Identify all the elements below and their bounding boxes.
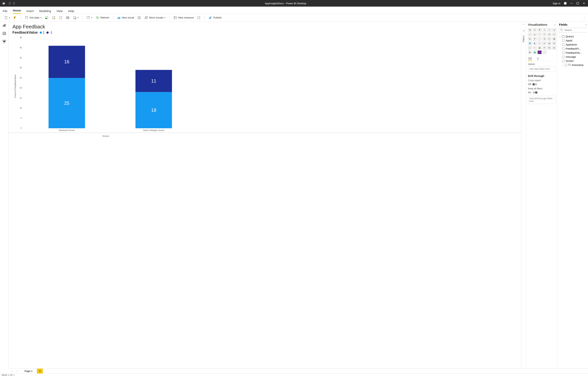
save-icon[interactable] — [2, 2, 5, 5]
viz-type-tile[interactable]: ▼ — [533, 37, 537, 41]
checkbox-icon[interactable] — [565, 64, 567, 66]
checkbox-icon[interactable] — [562, 47, 564, 50]
viz-type-tile[interactable]: ▦ — [552, 37, 556, 41]
viz-type-tile[interactable]: ≣ — [538, 28, 541, 32]
viz-type-tile[interactable]: ⋯ — [542, 50, 546, 54]
minimize-icon[interactable] — [570, 2, 573, 5]
field-message[interactable]: message — [562, 55, 587, 59]
viz-type-tile[interactable]: 📈 — [528, 33, 532, 36]
viz-type-tile[interactable]: ⫿ — [542, 28, 546, 32]
ribbon-collapse-icon[interactable]: ⌄ — [583, 16, 587, 19]
redo-icon[interactable] — [13, 2, 16, 5]
text-box-button[interactable]: A — [136, 15, 142, 20]
drillthrough-drop-well[interactable]: Add drill-through fields here — [528, 96, 555, 104]
viz-type-tile[interactable]: Py — [547, 46, 551, 49]
excel-source-button[interactable] — [44, 15, 49, 20]
viz-type-tile[interactable]: ▢ — [528, 46, 532, 49]
format-well-tab[interactable] — [536, 56, 540, 61]
viz-type-tile[interactable]: ⊞ — [528, 37, 532, 41]
sql-source-button[interactable] — [58, 15, 64, 20]
viz-type-tile[interactable]: ≡ — [547, 28, 551, 32]
viz-type-tile[interactable]: ◉ — [528, 50, 532, 54]
filters-expand-icon[interactable]: ◁ — [523, 29, 524, 32]
checkbox-icon[interactable] — [562, 39, 564, 42]
checkbox-icon[interactable] — [562, 60, 564, 62]
viz-type-tile[interactable]: ⧈ — [552, 33, 556, 36]
viz-type-tile[interactable]: ▲ — [533, 33, 537, 36]
report-view-icon[interactable] — [2, 23, 6, 27]
chevron-left-icon[interactable]: ‹ — [523, 23, 524, 26]
fields-search[interactable] — [559, 28, 587, 33]
cross-report-toggle[interactable] — [533, 83, 537, 85]
filters-pane-collapsed[interactable]: ‹ ◁ Filters — [521, 21, 526, 368]
recent-sources-button[interactable]: ▾ — [72, 15, 80, 20]
legend-item-1[interactable]: 1 — [40, 31, 45, 35]
tab-help[interactable]: Help — [68, 9, 74, 14]
tab-view[interactable]: View — [56, 9, 63, 14]
enter-data-button[interactable] — [65, 15, 71, 20]
chevron-right-icon[interactable]: › — [586, 23, 587, 26]
chevron-right-icon[interactable]: › — [554, 23, 555, 26]
viz-type-tile[interactable]: ⩔ — [542, 33, 546, 36]
viz-type-tile[interactable]: ■ — [538, 50, 541, 54]
paste-button[interactable]: ▾ — [3, 15, 11, 20]
tab-modeling[interactable]: Modeling — [39, 9, 51, 14]
page-next-button[interactable]: › — [14, 370, 20, 373]
viz-type-tile[interactable]: ▦ — [538, 46, 541, 49]
viz-type-tile[interactable]: ⊡ — [542, 42, 546, 45]
legend-item-neg1[interactable]: -1 — [47, 31, 52, 35]
undo-icon[interactable] — [8, 2, 11, 5]
keep-filters-toggle[interactable] — [533, 92, 537, 94]
quick-measure-button[interactable] — [196, 15, 202, 20]
viz-type-tile[interactable]: 〰 — [538, 33, 541, 36]
get-data-button[interactable]: Get data▾ — [24, 15, 43, 20]
viz-type-tile[interactable]: ▤ — [547, 42, 551, 45]
table-node[interactable]: ⌄ Query1 — [559, 35, 587, 38]
maximize-icon[interactable] — [576, 2, 579, 5]
fields-well-tab[interactable] — [528, 56, 532, 61]
model-view-icon[interactable] — [2, 40, 6, 44]
field-feedbackfr[interactable]: FeedbackFr... — [562, 47, 587, 51]
checkbox-icon[interactable] — [562, 52, 564, 54]
format-painter-button[interactable] — [12, 15, 18, 20]
viz-type-tile[interactable]: 🌐 — [528, 42, 532, 45]
viz-type-tile[interactable]: ⫼ — [552, 28, 556, 32]
page-prev-button[interactable]: ‹ — [9, 370, 14, 373]
viz-type-tile[interactable]: ◫ — [533, 28, 537, 32]
fields-search-input[interactable] — [564, 29, 588, 32]
viz-type-tile[interactable]: ⟜ — [538, 42, 541, 45]
avatar[interactable] — [564, 2, 567, 5]
tab-insert[interactable]: Insert — [26, 9, 34, 14]
field-screen[interactable]: Screen — [562, 59, 587, 63]
viz-type-tile[interactable]: 🌍 — [533, 50, 537, 54]
new-measure-button[interactable]: New measure — [172, 15, 195, 20]
pbi-datasets-button[interactable] — [51, 15, 57, 20]
viz-type-tile[interactable]: ⧉ — [547, 33, 551, 36]
field-timestamp[interactable]: ⌄ timestamp — [562, 63, 587, 67]
stacked-bar-chart[interactable]: Count of FeedbackValue 05101520253035404… — [12, 36, 199, 137]
viz-type-tile[interactable]: ◯ — [547, 37, 551, 41]
add-page-button[interactable]: + — [37, 369, 43, 374]
data-view-icon[interactable] — [2, 32, 6, 35]
viz-type-tile[interactable]: ◔ — [542, 37, 546, 41]
viz-type-tile[interactable]: ∷ — [538, 37, 541, 41]
field-feedbackva[interactable]: FeedbackVa... — [562, 51, 587, 55]
tab-file[interactable]: File — [3, 9, 7, 14]
viz-type-tile[interactable]: ⊟ — [552, 46, 556, 49]
viz-type-tile[interactable]: ◐ — [533, 42, 537, 45]
publish-button[interactable]: Publish — [207, 15, 223, 20]
viz-type-tile[interactable]: ♯ — [533, 46, 537, 49]
sign-in-button[interactable]: Sign in — [552, 2, 560, 5]
field-appid[interactable]: AppId — [562, 38, 587, 43]
new-visual-button[interactable]: New visual — [116, 15, 135, 20]
viz-type-tile[interactable]: ▮ — [528, 28, 532, 32]
more-visuals-button[interactable]: More visuals▾ — [143, 15, 167, 20]
tab-home[interactable]: Home — [13, 9, 21, 14]
refresh-button[interactable]: Refresh — [95, 15, 110, 20]
viz-type-tile[interactable]: R — [542, 46, 546, 49]
values-drop-well[interactable]: Add data fields here — [528, 66, 555, 72]
viz-type-tile[interactable]: ⊟ — [552, 42, 556, 45]
report-canvas[interactable]: App Feedback FeedbackValue 1 -1 Count of… — [9, 21, 521, 368]
page-tab-1[interactable]: Page 1 — [20, 369, 37, 373]
transform-data-button[interactable]: ▾ — [85, 15, 93, 20]
